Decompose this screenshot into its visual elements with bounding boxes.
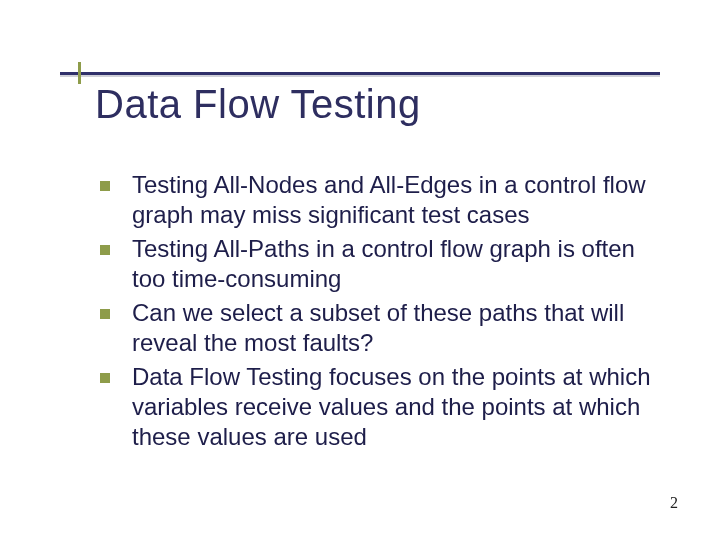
list-item: Data Flow Testing focuses on the points … — [100, 362, 660, 452]
body-area: Testing All-Nodes and All-Edges in a con… — [100, 170, 660, 456]
bullet-text: Testing All-Paths in a control flow grap… — [132, 234, 660, 294]
title-accent-tick — [78, 62, 81, 84]
slide-title: Data Flow Testing — [95, 82, 680, 127]
bullet-text: Can we select a subset of these paths th… — [132, 298, 660, 358]
bullet-text: Testing All-Nodes and All-Edges in a con… — [132, 170, 660, 230]
list-item: Can we select a subset of these paths th… — [100, 298, 660, 358]
square-bullet-icon — [100, 309, 110, 319]
square-bullet-icon — [100, 245, 110, 255]
list-item: Testing All-Nodes and All-Edges in a con… — [100, 170, 660, 230]
square-bullet-icon — [100, 373, 110, 383]
title-area: Data Flow Testing — [95, 82, 680, 127]
page-number: 2 — [670, 494, 678, 512]
title-underline — [60, 72, 660, 75]
square-bullet-icon — [100, 181, 110, 191]
slide: Data Flow Testing Testing All-Nodes and … — [0, 0, 720, 540]
bullet-text: Data Flow Testing focuses on the points … — [132, 362, 660, 452]
list-item: Testing All-Paths in a control flow grap… — [100, 234, 660, 294]
